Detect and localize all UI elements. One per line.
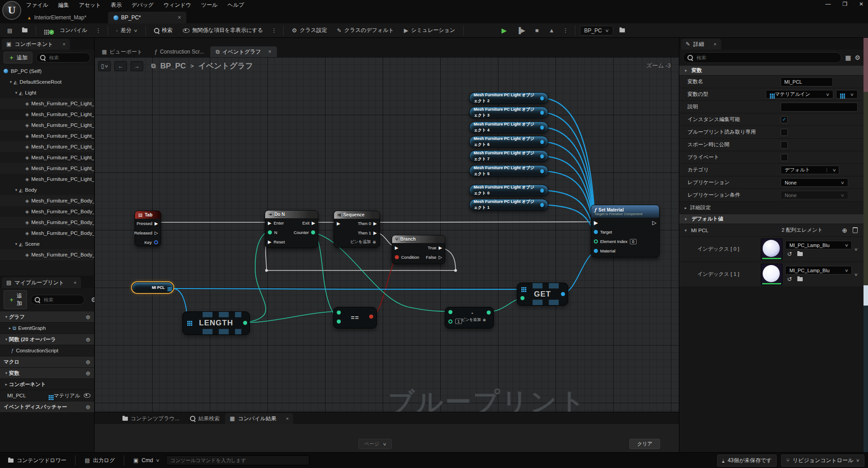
maximize-button[interactable]: ❐: [842, 1, 847, 7]
exec-pin[interactable]: ▶: [268, 239, 271, 244]
int-pin[interactable]: [243, 321, 247, 325]
variable-mi-pcl[interactable]: MI_PCL マテリアル: [0, 390, 94, 401]
row-advanced[interactable]: ▸詳細設定: [679, 202, 864, 214]
nav-back-button[interactable]: ←: [114, 61, 127, 71]
private-checkbox[interactable]: [781, 154, 788, 161]
tree-item-mesh-light[interactable]: ◈Mesh_Furniture_PC_Light_: [0, 109, 94, 120]
play-button[interactable]: ▶: [498, 25, 511, 36]
tree-item-mesh-body[interactable]: ◈Mesh_Furniture_PC_Body_: [0, 217, 94, 228]
int-pin[interactable]: [487, 310, 491, 315]
array-pin[interactable]: [167, 287, 168, 288]
element-index-input[interactable]: 0: [630, 239, 637, 244]
item-construction-script[interactable]: ƒConstructionScript: [0, 345, 94, 356]
int-pin[interactable]: [520, 296, 524, 300]
add-graph-icon[interactable]: ⊕: [86, 314, 90, 320]
close-button[interactable]: ✕: [859, 1, 863, 7]
tree-item-mesh-body[interactable]: ◈Mesh_Furniture_PC_Body_: [0, 249, 94, 260]
int-pin[interactable]: [268, 230, 272, 234]
node-mesh-light-var[interactable]: Mesh Furniture PC Light オブジェクト 5: [469, 165, 548, 177]
node-sequence[interactable]: ⇉Sequence ▶ Then 0▶ Then 1▶ ピンを追加⊕: [334, 211, 380, 248]
menu-view[interactable]: 表示: [111, 1, 122, 9]
expand-element-icon[interactable]: ∨: [854, 272, 858, 277]
tab-compiler-results[interactable]: ▦コンパイル結果×: [225, 413, 293, 424]
section-variables[interactable]: ▾変数⊕: [0, 368, 94, 379]
container-type-dropdown[interactable]: ∨: [836, 90, 858, 99]
tree-item-mesh-light[interactable]: ◈Mesh_Furniture_PC_Light_: [0, 130, 94, 141]
browse-asset-button[interactable]: [18, 27, 31, 34]
tab-event-graph[interactable]: ⧉イベントグラフ×: [210, 46, 277, 57]
exec-pin[interactable]: ▶: [395, 245, 398, 250]
frame-skip-button[interactable]: ▐▶: [513, 26, 529, 35]
material-thumbnail[interactable]: [761, 238, 782, 260]
add-function-icon[interactable]: ⊕: [86, 336, 90, 343]
exec-pin[interactable]: ▶: [337, 221, 340, 226]
menu-help[interactable]: ヘルプ: [227, 1, 244, 9]
close-icon[interactable]: ×: [63, 41, 65, 47]
add-blueprint-member-button[interactable]: ＋追加: [4, 290, 27, 309]
category-combobox[interactable]: デフォルト∨: [781, 166, 839, 174]
add-pin-button[interactable]: ピンを追加⊕: [461, 317, 486, 323]
variable-type-dropdown[interactable]: マテリアルイン∨: [766, 90, 833, 99]
clear-button[interactable]: クリア: [629, 439, 660, 449]
tab-interior-element-map[interactable]: ▲ InteriorElement_Map*: [22, 12, 92, 23]
play-options-kebab[interactable]: ⋮: [561, 27, 570, 34]
tree-item-default-scene-root[interactable]: ▾◭DefaultSceneRoot: [0, 76, 94, 87]
key-pin[interactable]: [154, 240, 158, 244]
eject-button[interactable]: ▲: [545, 26, 558, 35]
node-mesh-light-var[interactable]: Mesh Furniture PC Light オブジェクト 2: [469, 92, 548, 104]
section-functions[interactable]: ▾関数 (20 オーバーラ⊕: [0, 334, 94, 345]
tab-find-results[interactable]: 結果検索: [185, 413, 225, 424]
int-pin[interactable]: [448, 310, 452, 314]
tab-construction-script[interactable]: ƒConstruction Scr...: [149, 46, 209, 57]
close-icon[interactable]: ×: [268, 49, 271, 55]
my-blueprint-search-input[interactable]: [43, 297, 81, 303]
exec-pin[interactable]: ▶: [373, 230, 377, 235]
tab-content-browser[interactable]: コンテンツブラウ...: [117, 413, 185, 424]
object-pin[interactable]: [540, 96, 544, 100]
object-pin[interactable]: [561, 292, 565, 296]
description-input[interactable]: [781, 103, 858, 112]
components-search[interactable]: [36, 53, 90, 63]
node-mesh-light-var[interactable]: Mesh Furniture PC Light オブジェクト 3: [469, 107, 548, 118]
section-event-dispatchers[interactable]: イベントディスパッチャー⊕: [0, 401, 94, 413]
node-subtract[interactable]: 1 - ピンを追加⊕: [445, 307, 494, 328]
tree-item-mesh-body[interactable]: ◈Mesh_Furniture_PC_Body_: [0, 195, 94, 206]
hide-unrelated-button[interactable]: 無関係な項目を非表示にする: [179, 25, 267, 36]
expose-on-spawn-checkbox[interactable]: [781, 141, 788, 148]
details-search[interactable]: [683, 52, 841, 63]
simulate-button[interactable]: ▶シミュレーション: [400, 25, 459, 36]
instance-editable-checkbox[interactable]: ✓: [781, 116, 788, 123]
trash-icon[interactable]: [853, 227, 858, 233]
tab-components-panel[interactable]: ▣ コンポーネント×: [2, 39, 70, 50]
object-pin[interactable]: [540, 126, 544, 130]
compile-options-kebab[interactable]: ⋮: [94, 27, 103, 34]
section-default-value[interactable]: ▾デフォルト値: [679, 214, 864, 224]
item-eventgraph[interactable]: ▸⧉EventGraph: [0, 323, 94, 334]
add-component-button[interactable]: ＋追加: [4, 52, 32, 63]
display-filter-icon[interactable]: ▦: [845, 54, 851, 61]
subtract-value-input[interactable]: 1: [455, 319, 462, 324]
exec-pin[interactable]: ▷: [652, 220, 656, 226]
menu-debug[interactable]: デバッグ: [131, 1, 154, 9]
tab-bp-pc[interactable]: BP_PC* ×: [108, 12, 186, 23]
bookmarks-dropdown[interactable]: ▯∨: [98, 61, 111, 71]
object-pin[interactable]: [540, 111, 544, 115]
exec-pin[interactable]: ▶: [373, 221, 377, 226]
exec-pin[interactable]: ▷: [439, 255, 442, 260]
node-mi-pcl-var[interactable]: MI PCL: [132, 282, 173, 293]
cmd-dropdown[interactable]: ▣Cmd∨: [129, 455, 163, 465]
tree-item-body[interactable]: ▾◭Body: [0, 184, 94, 195]
browse-to-asset-icon[interactable]: [797, 252, 803, 256]
exec-pin[interactable]: ▶: [439, 245, 442, 250]
use-selected-icon[interactable]: ↺: [787, 251, 792, 257]
section-variable[interactable]: ▾変数: [679, 66, 864, 76]
content-drawer-button[interactable]: コンテンツドロワー: [4, 455, 71, 466]
section-graphs[interactable]: ▾グラフ⊕: [0, 311, 94, 323]
element-index-pin[interactable]: [594, 239, 598, 243]
page-dropdown[interactable]: ページ∨: [358, 439, 392, 449]
array-pin[interactable]: [521, 287, 523, 288]
node-do-n[interactable]: ➜Do N ▶Enter N ▶Reset Exit▶ Counter: [265, 210, 318, 248]
menu-edit[interactable]: 編集: [58, 1, 69, 9]
event-graph-canvas[interactable]: ▯∨ ← → ⧉ BP_PC > イベントグラフ ズーム -3 ブループリント: [95, 57, 679, 412]
tab-viewport[interactable]: ▦ビューポート: [96, 46, 148, 57]
